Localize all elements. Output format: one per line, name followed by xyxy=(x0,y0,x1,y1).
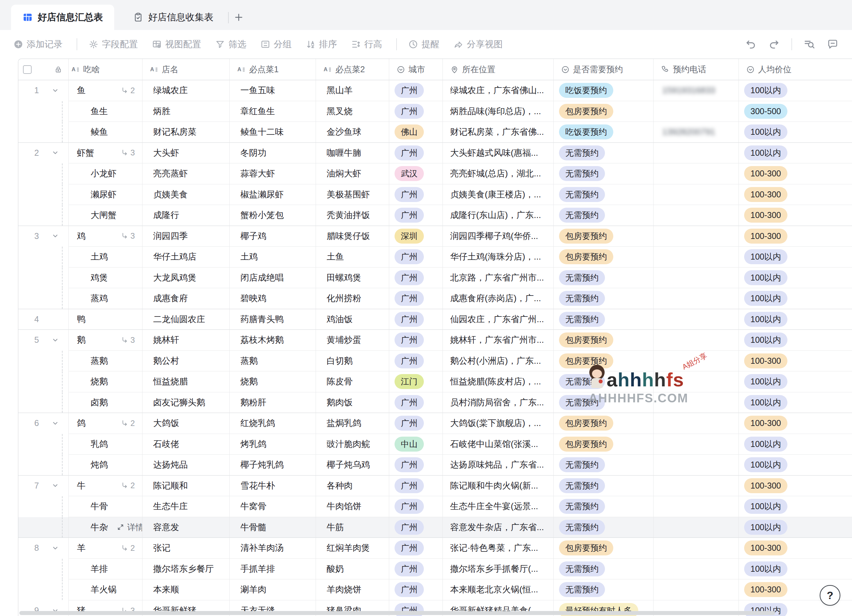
cell-city[interactable]: 武汉 xyxy=(389,163,443,184)
cell-booking[interactable]: 包房要预约 xyxy=(554,434,654,455)
cell-booking[interactable]: 无需预约 xyxy=(554,288,654,309)
cell-booking[interactable]: 无需预约 xyxy=(554,559,654,580)
cell-eat[interactable]: 蒸鹅 xyxy=(69,351,142,372)
cell-booking[interactable]: 无需预约 xyxy=(554,163,654,184)
row-head-cell[interactable] xyxy=(18,559,69,580)
cell-location[interactable]: 北京路，广东省广州市... xyxy=(443,268,554,289)
row-head-cell[interactable]: 1 xyxy=(18,80,69,101)
cell-city[interactable]: 广州 xyxy=(389,559,443,580)
cell-dish2[interactable]: 油焖大虾 xyxy=(316,163,389,184)
cell-location[interactable]: 润园四季椰子鸡(华侨... xyxy=(443,226,554,247)
cell-dish1[interactable]: 章红鱼生 xyxy=(230,101,316,122)
tab-collect-sheet[interactable]: 好店信息收集表 xyxy=(121,5,225,30)
cell-dish2[interactable]: 化州捞粉 xyxy=(316,288,389,309)
cell-booking[interactable]: 无需预约 xyxy=(554,184,654,205)
cell-price[interactable]: 100以内 xyxy=(739,371,852,392)
cell-dish1[interactable]: 烤乳鸽 xyxy=(230,434,316,455)
cell-dish2[interactable]: 腊味煲仔饭 xyxy=(316,226,389,247)
row-head-cell[interactable] xyxy=(18,205,69,226)
cell-dish1[interactable]: 荔枝木烤鹅 xyxy=(230,330,316,351)
reminder-button[interactable]: 提醒 xyxy=(408,38,440,50)
open-detail-button[interactable]: 详情 xyxy=(116,522,142,533)
header-phone[interactable]: 预约电话 xyxy=(654,59,739,80)
chevron-down-icon[interactable] xyxy=(51,148,60,157)
cell-eat[interactable]: 羊 2 xyxy=(69,538,142,559)
sort-button[interactable]: 排序 xyxy=(306,38,337,50)
cell-location[interactable]: 亮亮虾城(总店)，湖北... xyxy=(443,163,554,184)
cell-city[interactable]: 广州 xyxy=(389,579,443,600)
cell-city[interactable]: 广州 xyxy=(389,184,443,205)
cell-dish2[interactable]: 红焖羊肉煲 xyxy=(316,538,389,559)
cell-phone[interactable] xyxy=(654,538,739,559)
cell-eat[interactable]: 卤鹅 xyxy=(69,392,142,413)
cell-eat[interactable]: 大闸蟹 xyxy=(69,205,142,226)
cell-booking[interactable]: 吃饭要预约 xyxy=(554,122,654,143)
cell-location[interactable]: 大鸽饭(棠下旗舰店)，... xyxy=(443,413,554,434)
cell-city[interactable]: 广州 xyxy=(389,517,443,538)
cell-city[interactable]: 广州 xyxy=(389,101,443,122)
header-store-name[interactable]: A 店名 xyxy=(142,59,230,80)
cell-dish1[interactable]: 红烧乳鸽 xyxy=(230,413,316,434)
cell-dish2[interactable]: 盐焗乳鸽 xyxy=(316,413,389,434)
cell-store-name[interactable]: 大龙凤鸡煲 xyxy=(142,268,230,289)
cell-dish1[interactable]: 椰子炖乳鸽 xyxy=(230,455,316,476)
cell-booking[interactable]: 包房要预约 xyxy=(554,413,654,434)
cell-price[interactable]: 100-300 xyxy=(739,351,852,372)
cell-city[interactable]: 广州 xyxy=(389,309,443,330)
header-booking[interactable]: 是否需要预约 xyxy=(554,59,654,80)
cell-location[interactable]: 撒尔塔东乡手抓餐厅(... xyxy=(443,559,554,580)
cell-dish2[interactable]: 酸奶 xyxy=(316,559,389,580)
cell-store-name[interactable]: 鹅公村 xyxy=(142,351,230,372)
cell-city[interactable]: 广州 xyxy=(389,143,443,164)
header-location[interactable]: 所在位置 xyxy=(443,59,554,80)
cell-dish1[interactable]: 牛骨髓 xyxy=(230,517,316,538)
cell-location[interactable]: 大头虾越式风味(惠福... xyxy=(443,143,554,164)
chevron-down-icon[interactable] xyxy=(51,232,60,240)
cell-phone[interactable] xyxy=(654,371,739,392)
cell-dish1[interactable]: 一鱼五味 xyxy=(230,80,316,101)
cell-booking[interactable]: 无需预约 xyxy=(554,371,654,392)
cell-location[interactable]: 绿城农庄，广东省佛山... xyxy=(443,80,554,101)
cell-eat[interactable]: 虾蟹 3 xyxy=(69,143,142,164)
cell-dish1[interactable]: 土鸡 xyxy=(230,247,316,268)
cell-phone[interactable]: 15919316833 xyxy=(654,80,739,101)
cell-dish2[interactable]: 椰子炖乌鸡 xyxy=(316,455,389,476)
cell-phone[interactable] xyxy=(654,517,739,538)
cell-store-name[interactable]: 贞姨美食 xyxy=(142,184,230,205)
header-dish2[interactable]: A 必点菜2 xyxy=(316,59,389,80)
header-price[interactable]: 人均价位 xyxy=(739,59,852,80)
cell-price[interactable]: 100以内 xyxy=(739,455,852,476)
header-dish1[interactable]: A 必点菜1 xyxy=(230,59,316,80)
cell-location[interactable]: 达扬原味炖品，广东省... xyxy=(443,455,554,476)
cell-city[interactable]: 广州 xyxy=(389,80,443,101)
cell-price[interactable]: 300-500 xyxy=(739,101,852,122)
cell-store-name[interactable]: 撒尔塔东乡餐厅 xyxy=(142,559,230,580)
chevron-down-icon[interactable] xyxy=(51,544,60,553)
cell-phone[interactable] xyxy=(654,413,739,434)
cell-eat[interactable]: 鸡煲 xyxy=(69,268,142,289)
search-button[interactable] xyxy=(804,38,816,50)
cell-phone[interactable]: 13928200791 xyxy=(654,122,739,143)
cell-store-name[interactable]: 本来顺 xyxy=(142,579,230,600)
cell-store-name[interactable]: 财记私房菜 xyxy=(142,122,230,143)
cell-phone[interactable] xyxy=(654,309,739,330)
cell-eat[interactable]: 鹅 3 xyxy=(69,330,142,351)
cell-phone[interactable] xyxy=(654,496,739,517)
cell-phone[interactable] xyxy=(654,476,739,497)
cell-booking[interactable]: 包房要预约 xyxy=(554,101,654,122)
cell-booking[interactable]: 无需预约 xyxy=(554,579,654,600)
cell-booking[interactable]: 吃饭要预约 xyxy=(554,80,654,101)
cell-dish2[interactable]: 黑山羊 xyxy=(316,80,389,101)
cell-city[interactable]: 中山 xyxy=(389,434,443,455)
share-view-button[interactable]: 分享视图 xyxy=(453,38,503,50)
row-head-cell[interactable] xyxy=(18,434,69,455)
cell-dish2[interactable]: 各种肉 xyxy=(316,476,389,497)
cell-booking[interactable]: 无需预约 xyxy=(554,205,654,226)
cell-city[interactable]: 广州 xyxy=(389,455,443,476)
cell-eat[interactable]: 牛 2 xyxy=(69,476,142,497)
row-head-cell[interactable] xyxy=(18,288,69,309)
cell-dish2[interactable]: 牛肉馅饼 xyxy=(316,496,389,517)
cell-eat[interactable]: 鱼生 xyxy=(69,101,142,122)
cell-price[interactable]: 100以内 xyxy=(739,434,852,455)
cell-booking[interactable]: 包房要预约 xyxy=(554,247,654,268)
